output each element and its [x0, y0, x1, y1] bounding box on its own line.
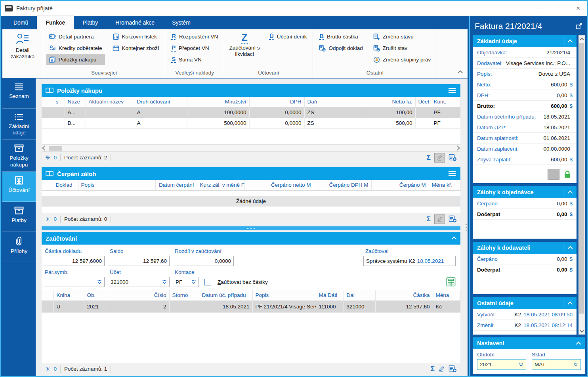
kontejner-zbozi-button[interactable]: Kontejner zboží [110, 43, 162, 54]
content-area: Položky nákupu sNázeAktuální názevDruh ú… [36, 78, 464, 376]
panel-menu-icon[interactable] [449, 171, 456, 172]
scroll-down-icon[interactable] [579, 328, 584, 334]
rozdil-input[interactable]: 0,0000 [173, 256, 234, 266]
detail-row: Datum účetního případu:18.05.2021 [473, 111, 577, 122]
table-row[interactable]: B...A500,00000,0000ZS500,00PF [42, 118, 460, 128]
kurzovni-listek-button[interactable]: Kurzovní lístek [110, 31, 162, 42]
detail-row: Objednávka:21/2021/4 [473, 47, 577, 58]
nastaveni-header[interactable]: Nastavení [473, 337, 585, 349]
app-window: Faktury přijaté ✕ Domů Funkce Platby Hro… [0, 0, 588, 377]
ostatni-udaje-header[interactable]: Ostatní údaje [473, 297, 577, 309]
minimize-button[interactable] [533, 1, 551, 15]
zauctoval-field[interactable]: Správce systému K218.05.2021 [363, 256, 456, 266]
add-record-icon[interactable] [449, 215, 457, 223]
content-right-splitter[interactable] [464, 78, 468, 376]
brutto-castka-button[interactable]: B Brutto částka [316, 31, 365, 42]
tab-funkce[interactable]: Funkce [37, 16, 74, 29]
rights-group-icon [373, 56, 380, 63]
record-count: Počet záznamů: 0 [64, 216, 107, 222]
sum-icon[interactable]: Σ [431, 365, 435, 373]
horizontal-scrollbar[interactable] [42, 144, 460, 151]
sklad-combo[interactable]: MAT [532, 359, 581, 370]
rozpousteni-vn-button[interactable]: R Rozpouštění VN [168, 31, 221, 42]
table-header-row[interactable]: DokladPopisDatum čerpáníKurz zál. v měně… [42, 180, 460, 190]
zrusit-stav-button[interactable]: Zrušit stav [370, 43, 434, 54]
panel-splitter[interactable] [42, 226, 460, 230]
no-data-row: Žádné údaje [42, 196, 460, 207]
collapse-section-icon[interactable] [452, 236, 457, 241]
zakladni-udaje-header[interactable]: Základní údaje [473, 35, 577, 47]
sum-icon[interactable]: Σ [427, 154, 431, 162]
ribbon-collapse-icon[interactable] [458, 70, 463, 75]
partner-card-icon [49, 33, 56, 40]
collapse-section-icon[interactable] [568, 39, 573, 44]
scrollbar-thumb[interactable] [49, 146, 62, 151]
sidebar-item-zakladni-udaje[interactable]: Základní údaje [2, 109, 36, 140]
filter-snowflake-icon[interactable]: ✳ [45, 216, 50, 222]
zauctovani-s-likvidaci-button[interactable]: Z Zaúčtování s likvidací [227, 31, 262, 69]
box-icon [14, 144, 24, 153]
detail-partnera-button[interactable]: Detail partnera [46, 31, 105, 42]
table-row[interactable]: U2021218.05.2021PF 21/2021/4 Visage Serv… [42, 300, 460, 312]
ucet-combo[interactable]: 321000 [108, 277, 170, 287]
scroll-left-icon[interactable] [42, 145, 47, 151]
detail-row: Brutto:600,00$ [473, 101, 577, 111]
scroll-up-icon[interactable] [579, 36, 584, 42]
collapse-section-icon[interactable] [576, 341, 581, 346]
obdobi-combo[interactable]: 2021 [477, 359, 526, 370]
detail-row: Dodavatel:Visage Services Inc.; P.O... [473, 58, 577, 69]
sidebar-item-platby[interactable]: Platby [2, 202, 36, 232]
zauctovat-bez-castky-checkbox[interactable] [204, 279, 211, 285]
suma-vn-button[interactable]: S Suma VN [168, 54, 221, 65]
sum-icon[interactable]: Σ [427, 215, 431, 223]
table-header-row[interactable]: sNázeAktuální názevDruh účtováníMnožství… [42, 97, 460, 107]
detach-document-icon [319, 45, 326, 52]
sidebar-item-prilohy[interactable]: Přílohy [2, 232, 36, 262]
close-button[interactable]: ✕ [569, 1, 587, 15]
detail-panel-scrollbar[interactable] [578, 35, 585, 335]
open-in-window-icon[interactable] [576, 23, 582, 29]
ucetni-denik-button[interactable]: Ú Účetní deník [266, 31, 309, 42]
detail-row: Vytvořil:K218.05.2021 08:09:50 [473, 309, 577, 320]
castka-dokladu-input[interactable]: 12 597,6000 [43, 256, 105, 266]
tab-domu[interactable]: Domů [5, 16, 37, 29]
kredity-odberatele-button[interactable]: Kredity odběratele [46, 43, 105, 54]
tab-hromadne-akce[interactable]: Hromadné akce [107, 16, 163, 29]
list-icon [14, 83, 24, 91]
scroll-right-icon[interactable] [455, 145, 460, 151]
filter-snowflake-icon[interactable]: ✳ [45, 366, 50, 372]
maximize-button[interactable] [551, 1, 569, 15]
zalohy-objednavce-header[interactable]: Zálohy k objednávce [473, 186, 577, 198]
sidebar-item-seznam[interactable]: Seznam [2, 78, 36, 109]
recalculate-icon[interactable] [446, 277, 456, 287]
color-swatch[interactable] [548, 169, 559, 180]
scrollbar-thumb[interactable] [579, 43, 584, 314]
sidebar-item-uctovani[interactable]: Účtování [2, 172, 36, 202]
filter-snowflake-icon[interactable]: ✳ [45, 155, 50, 161]
add-record-icon[interactable] [449, 154, 457, 161]
panel-menu-icon[interactable] [449, 88, 456, 89]
edit-icon[interactable] [438, 366, 445, 372]
tab-platby[interactable]: Platby [74, 16, 107, 29]
collapse-section-icon[interactable] [568, 190, 573, 195]
par-symb-combo[interactable] [43, 277, 105, 287]
polozky-status-bar: ✳ 0 Počet záznamů: 2 Σ [42, 151, 460, 163]
zmena-stavu-button[interactable]: Změna stavu [370, 31, 434, 42]
detail-panel: Faktura 21/2021/4 Základní údaje Objedná… [469, 16, 587, 376]
collapse-section-icon[interactable] [568, 301, 573, 306]
add-record-icon[interactable] [449, 365, 457, 373]
collapse-section-icon[interactable] [568, 246, 573, 251]
zalohy-dodavateli-header[interactable]: Zálohy k dodavateli [473, 242, 577, 254]
prepocet-vn-button[interactable]: P Přepočet VN [168, 43, 221, 54]
odpojit-doklad-button[interactable]: Odpojit doklad [316, 43, 365, 54]
panel-zauctovani: Zaúčtování Částka dokladu 12 597,6000 [42, 232, 460, 375]
table-header-row[interactable]: KnihaOb.ČísloStornoDatum úč. případuPopi… [42, 290, 460, 300]
detail-zakaznika-button[interactable]: Detail zákazníka [6, 31, 40, 69]
sidebar-item-polozky-nakupu[interactable]: Položky nákupu [2, 140, 36, 171]
table-row[interactable]: A...A100,00000,0000ZS100,00PF [42, 107, 460, 118]
saldo-input[interactable]: 12 597,60 [108, 256, 170, 266]
tab-system[interactable]: Systém [163, 16, 199, 29]
zmena-skupiny-prav-button[interactable]: Změna skupiny práv [370, 54, 434, 65]
polozky-nakupu-button[interactable]: Položky nákupu [46, 54, 105, 65]
kontace-combo[interactable]: PF [173, 277, 199, 287]
